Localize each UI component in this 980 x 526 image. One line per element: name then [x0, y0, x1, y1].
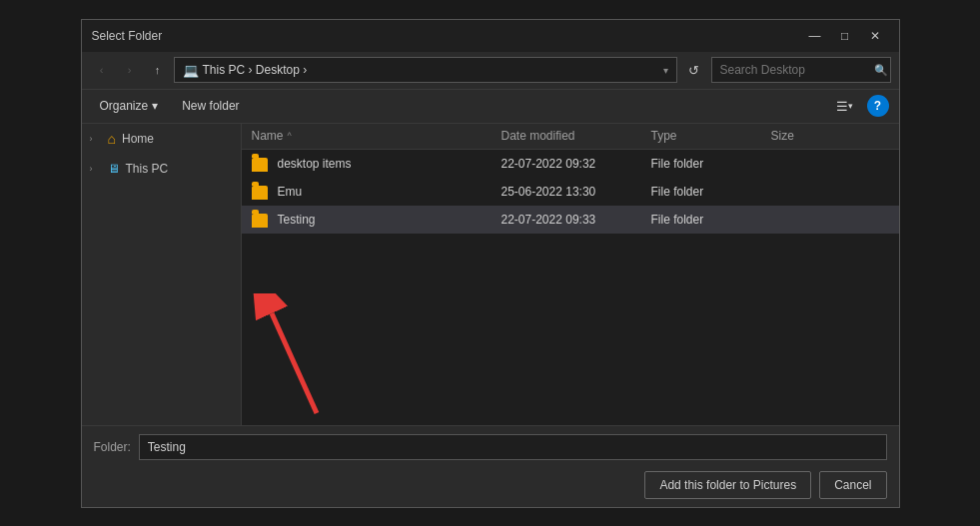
- home-icon: ⌂: [108, 131, 116, 147]
- sidebar-item-this-pc[interactable]: › 🖥 This PC: [82, 154, 241, 184]
- folder-input[interactable]: [139, 434, 887, 460]
- file-name-cell: Testing: [252, 213, 501, 227]
- home-label: Home: [122, 132, 154, 146]
- folder-icon: [252, 214, 268, 228]
- navigation-bar: ‹ › ↑ 💻 This PC › Desktop › ▾ ↺ 🔍: [82, 52, 899, 90]
- table-row[interactable]: Emu 25-06-2022 13:30 File folder: [242, 178, 899, 206]
- main-content: › ⌂ Home › 🖥 This PC Name ^ Date modifie…: [82, 124, 899, 425]
- file-name: Testing: [278, 213, 316, 227]
- file-list-header: Name ^ Date modified Type Size: [242, 124, 899, 150]
- help-button[interactable]: ?: [867, 95, 889, 117]
- file-name-cell: desktop items: [252, 157, 501, 171]
- folder-label: Folder:: [94, 440, 131, 454]
- file-date: 22-07-2022 09:32: [501, 157, 651, 171]
- this-pc-icon: 🖥: [108, 162, 120, 176]
- view-button[interactable]: ☰ ▾: [831, 94, 859, 118]
- organize-arrow: ▾: [152, 99, 158, 113]
- file-type: File folder: [651, 157, 771, 171]
- this-pc-expand-arrow: ›: [90, 164, 102, 174]
- column-date[interactable]: Date modified: [501, 129, 651, 143]
- sidebar-item-home[interactable]: › ⌂ Home: [82, 124, 241, 154]
- file-list: Name ^ Date modified Type Size desktop i…: [242, 124, 899, 425]
- bottom-panel: Folder: Add this folder to Pictures Canc…: [82, 425, 899, 507]
- select-folder-dialog: Select Folder — □ ✕ ‹ › ↑ 💻 This PC › De…: [81, 19, 900, 508]
- title-bar-controls: — □ ✕: [801, 26, 889, 46]
- up-button[interactable]: ↑: [146, 58, 170, 82]
- view-arrow: ▾: [848, 101, 853, 111]
- organize-button[interactable]: Organize ▾: [92, 94, 167, 118]
- file-name: desktop items: [278, 157, 352, 171]
- file-date: 22-07-2022 09:33: [501, 213, 651, 227]
- table-row[interactable]: desktop items 22-07-2022 09:32 File fold…: [242, 150, 899, 178]
- title-bar: Select Folder — □ ✕: [82, 20, 899, 52]
- forward-button[interactable]: ›: [118, 58, 142, 82]
- folder-input-row: Folder:: [94, 434, 887, 460]
- add-folder-button[interactable]: Add this folder to Pictures: [644, 471, 811, 499]
- back-button[interactable]: ‹: [90, 58, 114, 82]
- maximize-button[interactable]: □: [831, 26, 859, 46]
- table-row[interactable]: Testing 22-07-2022 09:33 File folder: [242, 206, 899, 234]
- address-text: This PC › Desktop ›: [203, 63, 659, 77]
- home-expand-arrow: ›: [90, 134, 102, 144]
- file-type: File folder: [651, 185, 771, 199]
- column-size[interactable]: Size: [771, 129, 851, 143]
- close-button[interactable]: ✕: [861, 26, 889, 46]
- toolbar: Organize ▾ New folder ☰ ▾ ?: [82, 90, 899, 124]
- new-folder-label: New folder: [182, 99, 239, 113]
- file-name-cell: Emu: [252, 185, 501, 199]
- file-type: File folder: [651, 213, 771, 227]
- this-pc-label: This PC: [126, 162, 169, 176]
- folder-icon: [252, 186, 268, 200]
- search-bar[interactable]: 🔍: [711, 57, 891, 83]
- view-icon: ☰: [836, 99, 848, 114]
- file-date: 25-06-2022 13:30: [501, 185, 651, 199]
- address-bar[interactable]: 💻 This PC › Desktop › ▾: [174, 57, 677, 83]
- column-type[interactable]: Type: [651, 129, 771, 143]
- sort-arrow: ^: [288, 131, 292, 141]
- organize-label: Organize: [100, 99, 149, 113]
- new-folder-button[interactable]: New folder: [174, 94, 247, 118]
- button-row: Add this folder to Pictures Cancel: [94, 471, 887, 499]
- nav-pane: › ⌂ Home › 🖥 This PC: [82, 124, 242, 425]
- folder-icon: [252, 158, 268, 172]
- file-name: Emu: [278, 185, 303, 199]
- search-icon: 🔍: [874, 64, 888, 77]
- column-name[interactable]: Name ^: [252, 129, 501, 143]
- dialog-title: Select Folder: [92, 29, 163, 43]
- refresh-button[interactable]: ↺: [681, 57, 707, 83]
- search-input[interactable]: [720, 63, 870, 77]
- address-chevron: ▾: [663, 65, 668, 76]
- cancel-button[interactable]: Cancel: [819, 471, 886, 499]
- minimize-button[interactable]: —: [801, 26, 829, 46]
